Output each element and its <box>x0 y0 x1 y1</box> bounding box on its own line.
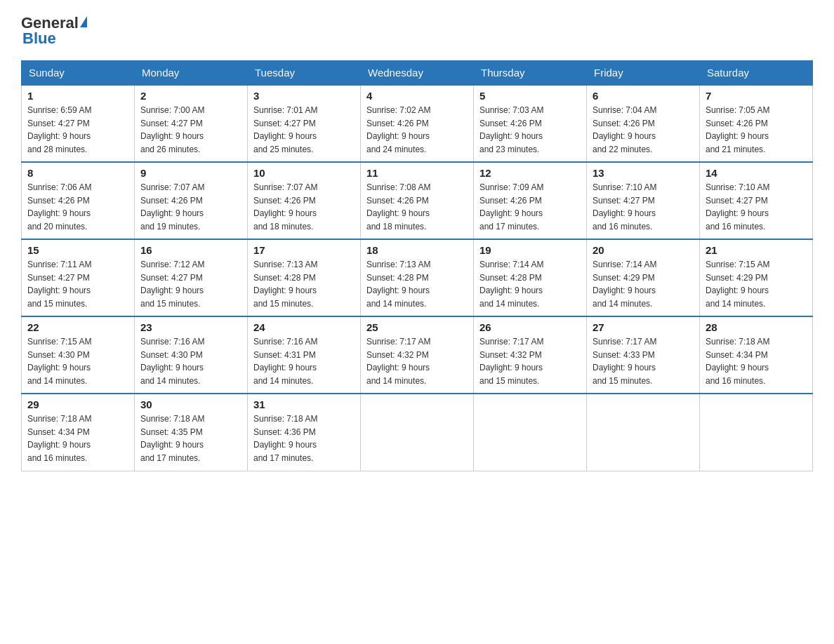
day-number: 12 <box>479 167 581 179</box>
day-number: 27 <box>593 321 694 333</box>
logo-blue-text: Blue <box>21 29 56 48</box>
day-info: Sunrise: 7:18 AMSunset: 4:34 PMDaylight:… <box>27 414 91 463</box>
day-info: Sunrise: 7:10 AMSunset: 4:27 PMDaylight:… <box>706 182 769 232</box>
day-number: 1 <box>27 90 128 102</box>
calendar-table: SundayMondayTuesdayWednesdayThursdayFrid… <box>21 60 813 471</box>
day-number: 25 <box>366 321 468 333</box>
day-number: 4 <box>366 90 468 102</box>
day-number: 30 <box>140 398 241 410</box>
day-info: Sunrise: 7:00 AMSunset: 4:27 PMDaylight:… <box>140 105 204 154</box>
day-info: Sunrise: 7:18 AMSunset: 4:36 PMDaylight:… <box>253 414 317 463</box>
calendar-week-row: 15 Sunrise: 7:11 AMSunset: 4:27 PMDaylig… <box>22 239 813 316</box>
col-header-sunday: Sunday <box>22 61 135 86</box>
page-header: General Blue <box>21 14 813 48</box>
calendar-header-row: SundayMondayTuesdayWednesdayThursdayFrid… <box>22 61 813 86</box>
calendar-cell: 17 Sunrise: 7:13 AMSunset: 4:28 PMDaylig… <box>248 239 361 316</box>
day-info: Sunrise: 7:08 AMSunset: 4:26 PMDaylight:… <box>366 182 430 232</box>
calendar-cell: 13 Sunrise: 7:10 AMSunset: 4:27 PMDaylig… <box>587 162 700 239</box>
col-header-thursday: Thursday <box>474 61 587 86</box>
calendar-cell: 24 Sunrise: 7:16 AMSunset: 4:31 PMDaylig… <box>248 316 361 394</box>
calendar-cell: 2 Sunrise: 7:00 AMSunset: 4:27 PMDayligh… <box>135 85 248 162</box>
calendar-cell: 10 Sunrise: 7:07 AMSunset: 4:26 PMDaylig… <box>248 162 361 239</box>
calendar-cell: 28 Sunrise: 7:18 AMSunset: 4:34 PMDaylig… <box>700 316 813 394</box>
calendar-cell: 20 Sunrise: 7:14 AMSunset: 4:29 PMDaylig… <box>587 239 700 316</box>
calendar-cell: 3 Sunrise: 7:01 AMSunset: 4:27 PMDayligh… <box>248 85 361 162</box>
day-info: Sunrise: 7:15 AMSunset: 4:29 PMDaylight:… <box>706 260 769 309</box>
calendar-cell: 25 Sunrise: 7:17 AMSunset: 4:32 PMDaylig… <box>361 316 474 394</box>
day-info: Sunrise: 7:07 AMSunset: 4:26 PMDaylight:… <box>140 182 204 232</box>
day-number: 20 <box>593 244 694 256</box>
day-info: Sunrise: 7:05 AMSunset: 4:26 PMDaylight:… <box>706 105 769 154</box>
calendar-cell: 11 Sunrise: 7:08 AMSunset: 4:26 PMDaylig… <box>361 162 474 239</box>
calendar-cell: 9 Sunrise: 7:07 AMSunset: 4:26 PMDayligh… <box>135 162 248 239</box>
day-info: Sunrise: 7:01 AMSunset: 4:27 PMDaylight:… <box>253 105 317 154</box>
col-header-monday: Monday <box>135 61 248 86</box>
calendar-cell: 12 Sunrise: 7:09 AMSunset: 4:26 PMDaylig… <box>474 162 587 239</box>
day-info: Sunrise: 7:02 AMSunset: 4:26 PMDaylight:… <box>366 105 430 154</box>
calendar-cell: 30 Sunrise: 7:18 AMSunset: 4:35 PMDaylig… <box>135 394 248 471</box>
day-info: Sunrise: 7:09 AMSunset: 4:26 PMDaylight:… <box>479 182 543 232</box>
day-info: Sunrise: 7:16 AMSunset: 4:30 PMDaylight:… <box>140 337 204 386</box>
calendar-cell: 4 Sunrise: 7:02 AMSunset: 4:26 PMDayligh… <box>361 85 474 162</box>
calendar-cell <box>474 394 587 471</box>
day-number: 6 <box>593 90 694 102</box>
day-number: 29 <box>27 398 128 410</box>
col-header-tuesday: Tuesday <box>248 61 361 86</box>
day-number: 15 <box>27 244 128 256</box>
logo: General Blue <box>21 14 87 48</box>
calendar-week-row: 22 Sunrise: 7:15 AMSunset: 4:30 PMDaylig… <box>22 316 813 394</box>
calendar-cell: 7 Sunrise: 7:05 AMSunset: 4:26 PMDayligh… <box>700 85 813 162</box>
calendar-cell: 1 Sunrise: 6:59 AMSunset: 4:27 PMDayligh… <box>22 85 135 162</box>
day-info: Sunrise: 7:17 AMSunset: 4:32 PMDaylight:… <box>479 337 543 386</box>
col-header-saturday: Saturday <box>700 61 813 86</box>
day-info: Sunrise: 7:10 AMSunset: 4:27 PMDaylight:… <box>593 182 656 232</box>
day-info: Sunrise: 7:17 AMSunset: 4:33 PMDaylight:… <box>593 337 656 386</box>
day-info: Sunrise: 7:12 AMSunset: 4:27 PMDaylight:… <box>140 260 204 309</box>
day-number: 13 <box>593 167 694 179</box>
calendar-cell: 26 Sunrise: 7:17 AMSunset: 4:32 PMDaylig… <box>474 316 587 394</box>
day-number: 3 <box>253 90 355 102</box>
calendar-week-row: 8 Sunrise: 7:06 AMSunset: 4:26 PMDayligh… <box>22 162 813 239</box>
calendar-cell: 15 Sunrise: 7:11 AMSunset: 4:27 PMDaylig… <box>22 239 135 316</box>
day-info: Sunrise: 7:13 AMSunset: 4:28 PMDaylight:… <box>253 260 317 309</box>
calendar-cell <box>700 394 813 471</box>
day-number: 2 <box>140 90 241 102</box>
calendar-cell: 19 Sunrise: 7:14 AMSunset: 4:28 PMDaylig… <box>474 239 587 316</box>
day-number: 31 <box>253 398 355 410</box>
calendar-cell: 16 Sunrise: 7:12 AMSunset: 4:27 PMDaylig… <box>135 239 248 316</box>
calendar-cell: 21 Sunrise: 7:15 AMSunset: 4:29 PMDaylig… <box>700 239 813 316</box>
calendar-week-row: 1 Sunrise: 6:59 AMSunset: 4:27 PMDayligh… <box>22 85 813 162</box>
day-info: Sunrise: 7:18 AMSunset: 4:35 PMDaylight:… <box>140 414 204 463</box>
day-info: Sunrise: 7:03 AMSunset: 4:26 PMDaylight:… <box>479 105 543 154</box>
day-number: 5 <box>479 90 581 102</box>
day-number: 21 <box>706 244 807 256</box>
calendar-cell: 23 Sunrise: 7:16 AMSunset: 4:30 PMDaylig… <box>135 316 248 394</box>
day-number: 17 <box>253 244 355 256</box>
calendar-cell: 18 Sunrise: 7:13 AMSunset: 4:28 PMDaylig… <box>361 239 474 316</box>
day-info: Sunrise: 7:14 AMSunset: 4:28 PMDaylight:… <box>479 260 543 309</box>
day-number: 10 <box>253 167 355 179</box>
day-info: Sunrise: 7:04 AMSunset: 4:26 PMDaylight:… <box>593 105 656 154</box>
day-number: 22 <box>27 321 128 333</box>
day-number: 24 <box>253 321 355 333</box>
calendar-cell: 5 Sunrise: 7:03 AMSunset: 4:26 PMDayligh… <box>474 85 587 162</box>
day-info: Sunrise: 7:11 AMSunset: 4:27 PMDaylight:… <box>27 260 91 309</box>
day-number: 7 <box>706 90 807 102</box>
col-header-friday: Friday <box>587 61 700 86</box>
day-info: Sunrise: 6:59 AMSunset: 4:27 PMDaylight:… <box>27 105 91 154</box>
day-info: Sunrise: 7:16 AMSunset: 4:31 PMDaylight:… <box>253 337 317 386</box>
day-number: 18 <box>366 244 468 256</box>
day-info: Sunrise: 7:07 AMSunset: 4:26 PMDaylight:… <box>253 182 317 232</box>
day-number: 23 <box>140 321 241 333</box>
day-number: 28 <box>706 321 807 333</box>
calendar-cell: 29 Sunrise: 7:18 AMSunset: 4:34 PMDaylig… <box>22 394 135 471</box>
calendar-cell: 22 Sunrise: 7:15 AMSunset: 4:30 PMDaylig… <box>22 316 135 394</box>
day-number: 9 <box>140 167 241 179</box>
day-info: Sunrise: 7:18 AMSunset: 4:34 PMDaylight:… <box>706 337 769 386</box>
day-info: Sunrise: 7:06 AMSunset: 4:26 PMDaylight:… <box>27 182 91 232</box>
calendar-cell <box>361 394 474 471</box>
day-number: 19 <box>479 244 581 256</box>
calendar-cell: 6 Sunrise: 7:04 AMSunset: 4:26 PMDayligh… <box>587 85 700 162</box>
calendar-cell: 8 Sunrise: 7:06 AMSunset: 4:26 PMDayligh… <box>22 162 135 239</box>
calendar-cell <box>587 394 700 471</box>
